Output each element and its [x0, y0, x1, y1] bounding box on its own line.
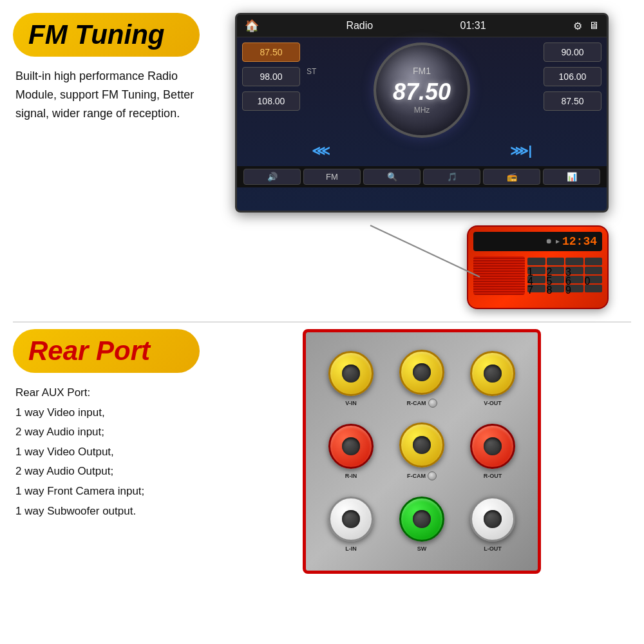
dial-circle: FM1 87.50 MHz	[374, 43, 470, 138]
st-label: ST	[307, 67, 316, 76]
port-cell-sw: SW	[390, 491, 454, 558]
port-cell-r-cam: R-CAM	[390, 345, 454, 412]
bottom-btn-fm[interactable]: FM	[303, 169, 361, 185]
p-btn-12[interactable]: 0	[585, 276, 603, 283]
port-v-in	[328, 351, 374, 396]
p-btn-14[interactable]: 8	[547, 285, 565, 292]
port-cell-r-in: R-IN	[319, 418, 383, 484]
p-btn-15[interactable]: 9	[565, 285, 583, 292]
section-divider	[13, 321, 631, 323]
radio-center: FM1 87.50 MHz ⋘ ⋙|	[305, 43, 538, 161]
bottom-btn-1[interactable]: 🔊	[243, 169, 301, 185]
screen-time: 01:31	[460, 20, 486, 32]
rear-badge: Rear Port	[13, 329, 200, 373]
label-l-in: L-IN	[345, 545, 357, 552]
port-panel: V-IN R-CAM V-OUT R-IN	[303, 329, 541, 574]
home-icon: 🏠	[245, 19, 259, 33]
p-btn-1[interactable]	[527, 258, 545, 265]
p-btn-3[interactable]	[565, 258, 583, 265]
label-v-in: V-IN	[345, 400, 357, 406]
p-btn-4[interactable]	[585, 258, 603, 265]
freq-list-right: 90.00 106.00 87.50	[544, 43, 601, 161]
label-r-in: R-IN	[345, 473, 357, 479]
freq-btn-right-1[interactable]: 90.00	[544, 43, 601, 62]
p-btn-6[interactable]: 2	[547, 267, 565, 274]
p-btn-10[interactable]: 5	[547, 276, 565, 283]
port-cell-l-in: L-IN	[319, 491, 383, 558]
label-f-cam: F-CAM	[407, 473, 426, 479]
small-port-r-cam	[428, 399, 437, 408]
radio-screen: 🏠 Radio 01:31 ⚙ 🖥 ST 87.50 98.00 108.00	[235, 13, 609, 213]
fm-badge: FM Tuning	[13, 13, 200, 57]
label-sw: SW	[417, 545, 427, 552]
port-cell-v-out: V-OUT	[460, 345, 525, 412]
nav-prev-btn[interactable]: ⋘	[312, 143, 330, 158]
label-l-out: L-OUT	[484, 545, 502, 552]
monitor-icon: 🖥	[589, 20, 599, 32]
port-cell-l-out: L-OUT	[460, 491, 525, 558]
port-r-out	[470, 424, 515, 469]
bottom-btn-radio[interactable]: 📻	[483, 169, 540, 185]
rear-right-panel: V-IN R-CAM V-OUT R-IN	[213, 329, 631, 574]
label-r-cam: R-CAM	[407, 400, 426, 406]
port-r-cam	[399, 350, 444, 395]
p-btn-7[interactable]: 3	[565, 267, 583, 274]
bottom-btn-search[interactable]: 🔍	[363, 169, 421, 185]
nav-next-btn[interactable]: ⋙|	[510, 143, 532, 158]
freq-btn-left-3[interactable]: 108.00	[242, 91, 300, 111]
label-r-out: R-OUT	[484, 473, 502, 479]
header-icons: ⚙ 🖥	[573, 20, 599, 32]
fm-description: Built-in high performance Radio Module, …	[13, 67, 200, 122]
portable-screen: ⏺ ▶ 12:34	[473, 232, 602, 251]
settings-icon: ⚙	[573, 20, 582, 32]
p-btn-8[interactable]	[585, 267, 603, 274]
fm-badge-text: FM Tuning	[28, 19, 165, 50]
small-port-f-cam	[428, 471, 437, 480]
fm-tuning-section: FM Tuning Built-in high performance Radi…	[13, 13, 631, 315]
rear-left-panel: Rear Port Rear AUX Port: 1 way Video inp…	[13, 329, 200, 521]
record-icon: ⏺ ▶	[545, 238, 560, 245]
port-cell-v-in: V-IN	[319, 345, 383, 412]
rear-port-section: Rear Port Rear AUX Port: 1 way Video inp…	[13, 329, 631, 631]
screen-title: Radio	[346, 20, 373, 32]
p-btn-11[interactable]: 6	[565, 276, 583, 283]
antenna-svg	[364, 219, 493, 283]
bottom-btn-signal[interactable]: 📊	[543, 169, 600, 185]
port-f-cam	[399, 422, 444, 468]
rear-description: Rear AUX Port: 1 way Video input, 2 way …	[13, 383, 200, 521]
port-cell-f-cam: F-CAM	[390, 418, 454, 484]
freq-btn-left-1[interactable]: 87.50	[242, 43, 300, 62]
portable-time: 12:34	[562, 235, 597, 248]
button-grid: 1 2 3 4 5 6 0 7 8 9	[527, 256, 602, 295]
screen-header: 🏠 Radio 01:31 ⚙ 🖥	[237, 15, 607, 37]
fm-mode-label: FM1	[413, 66, 431, 76]
bottom-btn-music[interactable]: 🎵	[423, 169, 480, 185]
port-cell-r-out: R-OUT	[460, 418, 525, 484]
label-v-out: V-OUT	[484, 400, 502, 406]
fm-left-panel: FM Tuning Built-in high performance Radi…	[13, 13, 200, 122]
fm-right-panel: 🏠 Radio 01:31 ⚙ 🖥 ST 87.50 98.00 108.00	[213, 13, 631, 309]
port-v-out	[470, 351, 515, 396]
p-btn-5[interactable]: 1	[527, 267, 545, 274]
freq-list-left: 87.50 98.00 108.00	[242, 43, 300, 161]
port-l-in	[328, 497, 374, 542]
nav-row: ⋘ ⋙|	[305, 140, 538, 161]
freq-btn-left-2[interactable]: 98.00	[242, 67, 300, 86]
p-btn-16[interactable]	[585, 285, 603, 292]
p-btn-2[interactable]	[547, 258, 565, 265]
bottom-bar: 🔊 FM 🔍 🎵 📻 📊	[237, 166, 607, 187]
rear-badge-text: Rear Port	[28, 336, 150, 366]
freq-btn-right-2[interactable]: 106.00	[544, 67, 601, 86]
port-r-in	[328, 424, 374, 469]
mhz-label: MHz	[414, 106, 430, 115]
port-sw	[399, 497, 444, 542]
svg-line-0	[370, 225, 480, 277]
frequency-display: 87.50	[393, 79, 451, 106]
page: FM Tuning Built-in high performance Radi…	[0, 0, 644, 644]
p-btn-13[interactable]: 7	[527, 285, 545, 292]
freq-btn-right-3[interactable]: 87.50	[544, 91, 601, 111]
port-l-out	[470, 497, 515, 542]
p-btn-9[interactable]: 4	[527, 276, 545, 283]
